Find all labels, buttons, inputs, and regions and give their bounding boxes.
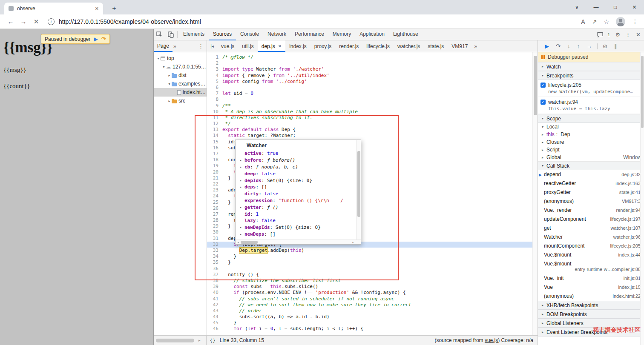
- expand-arrow-icon[interactable]: ▸: [240, 232, 244, 236]
- object-property[interactable]: ▸before: ƒ before(): [236, 157, 356, 164]
- expand-arrow-icon[interactable]: ▸: [540, 148, 545, 152]
- code-line[interactable]: 46 for (let i = 0, l = subs.length; i < …: [207, 326, 532, 332]
- code-line[interactable]: 7let uid = 0: [207, 91, 532, 97]
- scrollbar-thumb[interactable]: [534, 56, 537, 115]
- panel-tab-elements[interactable]: Elements: [179, 29, 209, 40]
- scope-section-header[interactable]: ▾ Scope: [538, 114, 644, 123]
- call-stack-frame[interactable]: Vue.$mountentry-runtime-w…compiler.js:88: [538, 259, 644, 274]
- line-number[interactable]: 8: [207, 97, 222, 103]
- maximize-icon[interactable]: □: [606, 4, 625, 10]
- scope-group[interactable]: ▸GlobalWindow: [538, 154, 644, 161]
- step-out-button[interactable]: ↑: [573, 43, 583, 49]
- panel-tab-memory[interactable]: Memory: [328, 29, 355, 40]
- call-stack-frame[interactable]: Vueindex.js:15: [538, 283, 644, 292]
- translate-icon[interactable]: A: [581, 18, 585, 25]
- code-line[interactable]: 34 }: [207, 254, 532, 259]
- breakpoint-checkbox[interactable]: ✓: [540, 100, 546, 105]
- line-number[interactable]: 26: [207, 205, 222, 211]
- scrollbar-thumb[interactable]: [641, 56, 644, 128]
- code-line[interactable]: 10 * A dep is an observable that can hav…: [207, 109, 532, 115]
- devtools-menu-icon[interactable]: ⋮: [625, 31, 631, 38]
- scope-group[interactable]: ▸Script: [538, 146, 644, 154]
- object-property[interactable]: ▸getter: ƒ (): [236, 204, 356, 211]
- site-info-icon[interactable]: i: [48, 18, 55, 25]
- expand-arrow-icon[interactable]: ▸: [540, 140, 545, 144]
- share-icon[interactable]: ↗: [592, 18, 597, 25]
- expand-arrow-icon[interactable]: ▾: [540, 125, 545, 129]
- editor-tab[interactable]: watcher.js: [394, 40, 424, 52]
- object-property[interactable]: ▸deps: []: [236, 184, 356, 191]
- call-stack-frame[interactable]: Vue._initinit.js:81: [538, 274, 644, 283]
- line-number[interactable]: 40: [207, 290, 222, 296]
- call-stack-frame[interactable]: getwatcher.js:107: [538, 224, 644, 233]
- object-property[interactable]: ▸depIds: Set(0) {size: 0}: [236, 177, 356, 184]
- tree-item[interactable]: ▾examples/0...: [154, 80, 207, 88]
- console-messages-icon[interactable]: [595, 32, 606, 37]
- browser-tab[interactable]: observe ✕: [4, 3, 103, 14]
- code-line[interactable]: 37 notify () {: [207, 272, 532, 278]
- line-number[interactable]: 28: [207, 217, 222, 223]
- breakpoint-item[interactable]: ✓watcher.js:94this.value = this.lazy: [538, 97, 644, 114]
- code-line[interactable]: 41 // subs aren't sorted in scheduler if…: [207, 296, 532, 302]
- object-property[interactable]: ▸newDeps: []: [236, 231, 356, 238]
- code-line[interactable]: 8: [207, 97, 532, 103]
- object-property[interactable]: deep: false: [236, 170, 356, 177]
- tab-close-icon[interactable]: ✕: [95, 6, 99, 11]
- code-line[interactable]: 13export default class Dep {: [207, 127, 532, 133]
- line-number[interactable]: 1: [207, 54, 222, 60]
- code-line[interactable]: 5import config from '../config': [207, 79, 532, 85]
- panel-tab-sources[interactable]: Sources: [209, 29, 236, 40]
- line-number[interactable]: 11: [207, 115, 222, 121]
- expand-arrow-icon[interactable]: ▸: [240, 205, 244, 209]
- code-line[interactable]: 1/* @flow */: [207, 54, 532, 60]
- call-stack-frame[interactable]: mountComponentlifecycle.js:205: [538, 242, 644, 251]
- editor-tab[interactable]: vue.js: [217, 40, 238, 52]
- line-number[interactable]: 20: [207, 169, 222, 175]
- code-line[interactable]: 14 static target: ?Watcher;: [207, 133, 532, 139]
- tree-item[interactable]: ▸dist: [154, 71, 207, 80]
- call-stack-frame[interactable]: Watcherwatcher.js:96: [538, 233, 644, 242]
- navigator-hscrollbar[interactable]: [156, 338, 197, 343]
- scroll-left-icon[interactable]: ◂: [236, 240, 241, 244]
- editor-tab[interactable]: dep.js✕: [258, 40, 285, 52]
- object-property[interactable]: lazy: false: [236, 217, 356, 224]
- new-tab-button[interactable]: +: [109, 3, 119, 14]
- sidebar-section-header[interactable]: ▸Event Listener Breakpoints: [538, 328, 644, 336]
- popover-hscrollbar[interactable]: ◂ ▸: [236, 240, 361, 244]
- code-line[interactable]: 11 * directives subscribing to it.: [207, 115, 532, 121]
- call-stack-frame[interactable]: reactiveGetterindex.js:163: [538, 179, 644, 188]
- tree-item[interactable]: index.htm...: [154, 88, 207, 97]
- call-stack-frame[interactable]: Vue.$mountindex.js:44: [538, 251, 644, 259]
- line-number[interactable]: 27: [207, 211, 222, 217]
- tab-overflow-icon[interactable]: »: [472, 43, 480, 49]
- device-toolbar-icon[interactable]: [165, 29, 176, 40]
- call-stack-frame[interactable]: (anonymous)VM917:3: [538, 197, 644, 206]
- call-stack-frame[interactable]: dependdep.js:32: [538, 170, 644, 179]
- panel-tab-performance[interactable]: Performance: [290, 29, 328, 40]
- breakpoints-section-header[interactable]: ▾ Breakpoints: [538, 71, 644, 80]
- step-over-button[interactable]: ↷: [552, 43, 564, 49]
- minimize-icon[interactable]: —: [586, 4, 606, 10]
- scope-group[interactable]: ▾Local: [538, 123, 644, 131]
- call-stack-frame[interactable]: updateComponentlifecycle.js:197: [538, 215, 644, 224]
- line-number[interactable]: 41: [207, 296, 222, 302]
- code-line[interactable]: 6: [207, 85, 532, 91]
- line-number[interactable]: 17: [207, 151, 222, 157]
- deactivate-breakpoints-button[interactable]: ⊘: [599, 43, 611, 49]
- line-number[interactable]: 7: [207, 91, 222, 97]
- call-stack-frame[interactable]: Vue._renderrender.js:94: [538, 206, 644, 215]
- panel-tab-application[interactable]: Application: [355, 29, 389, 40]
- stop-loading-icon[interactable]: ✕: [30, 18, 43, 26]
- devtools-close-icon[interactable]: ✕: [636, 31, 641, 38]
- banner-step-over-icon[interactable]: ↷: [101, 36, 106, 42]
- object-property[interactable]: ▸cb: ƒ noop(a, b, c): [236, 164, 356, 171]
- breakpoint-checkbox[interactable]: ✓: [540, 83, 546, 88]
- scrollbar-thumb[interactable]: [156, 339, 194, 342]
- line-number[interactable]: 44: [207, 314, 222, 320]
- tab-search-chevron-icon[interactable]: ∨: [567, 4, 586, 10]
- expand-arrow-icon[interactable]: ▸: [240, 225, 244, 229]
- editor-scrollbar[interactable]: [532, 52, 538, 335]
- line-number[interactable]: 36: [207, 266, 222, 272]
- line-number[interactable]: 33: [207, 248, 222, 254]
- code-line[interactable]: 36: [207, 266, 532, 272]
